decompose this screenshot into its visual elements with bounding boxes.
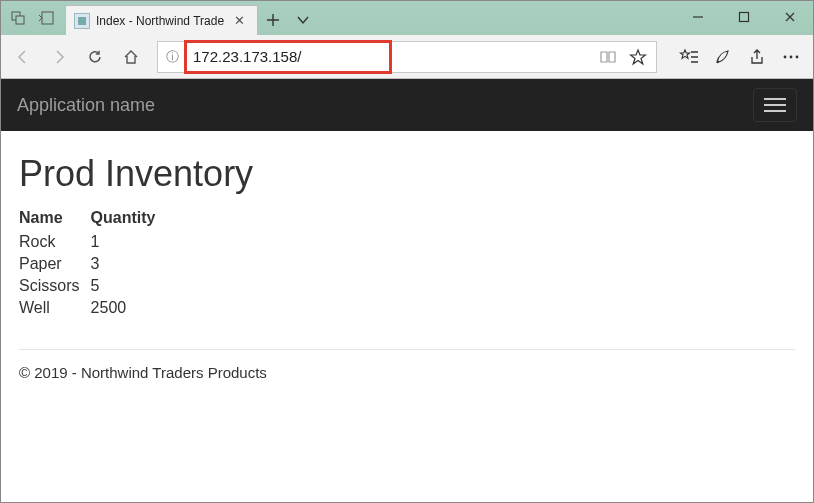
forward-button[interactable]	[43, 41, 75, 73]
table-row: Paper 3	[19, 253, 183, 275]
window-close-button[interactable]	[767, 1, 813, 33]
page-body: Prod Inventory Name Quantity Rock 1 Pape…	[1, 131, 813, 381]
svg-rect-2	[42, 12, 53, 24]
cell-name: Well	[19, 297, 91, 319]
home-button[interactable]	[115, 41, 147, 73]
tab-close-button[interactable]: ✕	[230, 13, 249, 28]
svg-rect-1	[16, 16, 24, 24]
cell-quantity: 3	[91, 253, 184, 275]
cell-name: Paper	[19, 253, 91, 275]
cell-name: Scissors	[19, 275, 91, 297]
tab-actions-icon[interactable]	[5, 4, 31, 32]
address-bar[interactable]: ⓘ	[157, 41, 657, 73]
tab-favicon-icon	[74, 13, 90, 29]
svg-point-4	[784, 55, 787, 58]
inventory-table: Name Quantity Rock 1 Paper 3 Scissors 5 …	[19, 209, 183, 319]
browser-tab[interactable]: Index - Northwind Trade ✕	[65, 5, 258, 35]
more-menu-icon[interactable]	[775, 41, 807, 73]
address-highlight	[184, 40, 392, 74]
table-row: Scissors 5	[19, 275, 183, 297]
tab-overflow-button[interactable]	[288, 5, 318, 35]
window-minimize-button[interactable]	[675, 1, 721, 33]
app-brand-link[interactable]: Application name	[17, 95, 155, 116]
url-input[interactable]	[193, 48, 383, 65]
table-row: Rock 1	[19, 231, 183, 253]
col-header-quantity: Quantity	[91, 209, 184, 231]
divider	[19, 349, 795, 350]
page-heading: Prod Inventory	[19, 153, 795, 195]
page-footer: © 2019 - Northwind Traders Products	[19, 364, 795, 381]
window-maximize-button[interactable]	[721, 1, 767, 33]
col-header-name: Name	[19, 209, 91, 231]
tab-title: Index - Northwind Trade	[96, 14, 224, 28]
cell-quantity: 5	[91, 275, 184, 297]
notes-icon[interactable]	[707, 41, 739, 73]
reading-view-icon[interactable]	[594, 43, 622, 71]
table-row: Well 2500	[19, 297, 183, 319]
refresh-button[interactable]	[79, 41, 111, 73]
browser-toolbar: ⓘ	[1, 35, 813, 79]
app-navbar: Application name	[1, 79, 813, 131]
site-info-icon[interactable]: ⓘ	[158, 48, 186, 66]
svg-point-6	[796, 55, 799, 58]
favorite-star-icon[interactable]	[624, 43, 652, 71]
new-tab-button[interactable]	[258, 5, 288, 35]
back-button[interactable]	[7, 41, 39, 73]
cell-quantity: 1	[91, 231, 184, 253]
cell-name: Rock	[19, 231, 91, 253]
svg-rect-3	[740, 13, 749, 22]
cell-quantity: 2500	[91, 297, 184, 319]
nav-toggle-button[interactable]	[753, 88, 797, 122]
share-icon[interactable]	[741, 41, 773, 73]
svg-point-5	[790, 55, 793, 58]
window-titlebar: Index - Northwind Trade ✕	[1, 1, 813, 35]
set-aside-tabs-icon[interactable]	[33, 4, 59, 32]
favorites-list-icon[interactable]	[673, 41, 705, 73]
